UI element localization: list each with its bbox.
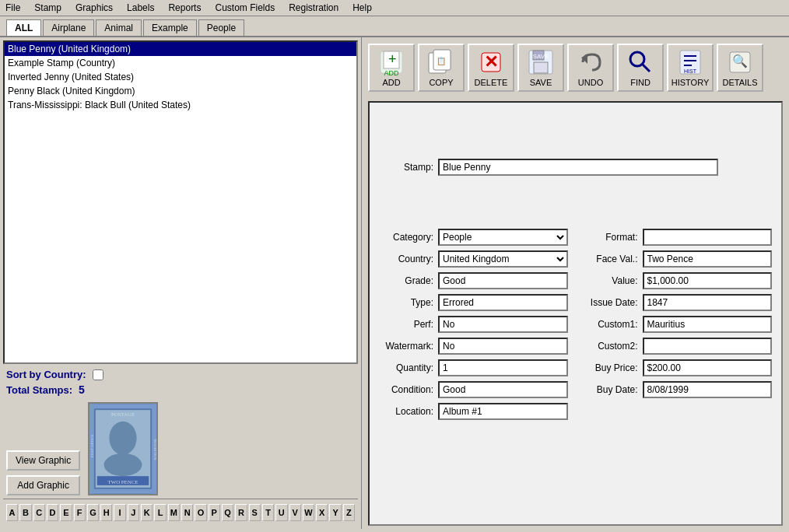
alpha-btn-n[interactable]: N [181,504,193,521]
menu-reports[interactable]: Reports [166,2,203,14]
alpha-btn-j[interactable]: J [128,504,139,521]
alpha-btn-a[interactable]: A [6,504,18,521]
list-item[interactable]: Penny Black (United Kingdom) [5,84,356,98]
alpha-btn-t[interactable]: T [262,504,274,521]
buy-date-row: Buy Date: [584,381,773,398]
delete-button[interactable]: ✕DELETE [468,44,514,92]
menu-stamp[interactable]: Stamp [32,2,64,14]
location-input[interactable] [438,403,568,420]
custom2-input[interactable] [643,338,773,355]
face-val-label: Face Val.: [584,254,638,264]
list-item[interactable]: Example Stamp (Country) [5,56,356,70]
alpha-btn-i[interactable]: I [114,504,125,521]
alpha-btn-h[interactable]: H [100,504,112,521]
svg-point-7 [104,453,142,476]
custom1-input[interactable] [643,316,773,333]
category-select[interactable]: People Airplane Animal Example [438,229,568,246]
perf-input[interactable] [438,316,568,333]
alpha-btn-p[interactable]: P [209,504,220,521]
find-icon [626,48,654,76]
alpha-btn-q[interactable]: Q [222,504,233,521]
value-input[interactable] [643,272,773,289]
graphic-area: View Graphic Add Graphic [3,402,358,499]
svg-text:✕: ✕ [484,52,498,72]
find-button[interactable]: FIND [617,44,664,92]
face-val-input[interactable] [643,250,773,268]
alpha-btn-z[interactable]: Z [343,504,355,521]
alpha-btn-w[interactable]: W [303,504,314,521]
issue-date-row: Issue Date: [584,294,773,311]
format-input[interactable] [643,229,773,246]
grade-input[interactable] [438,272,568,289]
undo-icon [577,48,605,76]
right-panel: ADD+ADD📋COPY✕DELETESAVESAVEUNDOFINDHISTH… [362,37,789,529]
menu-help[interactable]: Help [350,2,374,14]
alpha-btn-r[interactable]: R [235,504,247,521]
sort-by-country-checkbox[interactable] [93,369,103,380]
grade-label: Grade: [379,275,433,286]
alpha-btn-b[interactable]: B [19,504,31,521]
list-item[interactable]: Inverted Jenny (United States) [5,70,356,84]
country-select[interactable]: United Kingdom United States Country [438,250,568,268]
alpha-btn-c[interactable]: C [33,504,45,521]
buy-date-input[interactable] [643,381,773,398]
alpha-btn-k[interactable]: K [141,504,153,521]
svg-text:SAVE: SAVE [533,53,549,60]
quantity-row: Quantity: [379,359,568,376]
stamp-list[interactable]: Blue Penny (United Kingdom)Example Stamp… [3,40,358,364]
stamp-input[interactable] [438,159,718,176]
quantity-input[interactable] [438,359,568,376]
alpha-btn-v[interactable]: V [289,504,301,521]
svg-rect-2 [89,489,156,494]
tab-example[interactable]: Example [143,19,197,36]
view-graphic-button[interactable]: View Graphic [6,450,80,471]
left-panel: Blue Penny (United Kingdom)Example Stamp… [0,37,362,529]
alpha-btn-e[interactable]: E [60,504,72,521]
tab-airplane[interactable]: Airplane [43,19,94,36]
menu-labels[interactable]: Labels [124,2,156,14]
alpha-btn-l[interactable]: L [154,504,166,521]
tab-people[interactable]: People [198,19,244,36]
alpha-btn-u[interactable]: U [275,504,287,521]
details-label: DETAILS [722,78,757,87]
watermark-input[interactable] [438,338,568,355]
issue-date-input[interactable] [643,294,773,311]
alpha-btn-o[interactable]: O [195,504,206,521]
add-graphic-button[interactable]: Add Graphic [6,475,80,495]
history-label: HISTORY [672,78,710,87]
alpha-btn-x[interactable]: X [316,504,328,521]
tabs-bar: ALL Airplane Animal Example People [0,16,789,37]
add-icon: ADD+ [377,48,405,76]
undo-button[interactable]: UNDO [567,44,614,92]
value-label: Value: [584,275,638,286]
alpha-btn-m[interactable]: M [168,504,180,521]
alpha-btn-g[interactable]: G [87,504,99,521]
alpha-btn-y[interactable]: Y [329,504,341,521]
graphic-buttons: View Graphic Add Graphic [6,450,80,495]
save-button[interactable]: SAVESAVE [517,44,564,92]
buy-price-input[interactable] [643,359,773,376]
menu-registration[interactable]: Registration [286,2,341,14]
type-input[interactable] [438,294,568,311]
menu-custom-fields[interactable]: Custom Fields [212,2,277,14]
condition-input[interactable] [438,381,568,398]
list-item[interactable]: Trans-Mississippi: Black Bull (United St… [5,98,356,112]
main-layout: Blue Penny (United Kingdom)Example Stamp… [0,37,789,529]
list-item[interactable]: Blue Penny (United Kingdom) [5,42,356,56]
tab-all[interactable]: ALL [6,19,41,36]
details-button[interactable]: 🔍DETAILS [717,44,763,92]
tab-animal[interactable]: Animal [96,19,142,36]
history-icon: HIST [676,48,704,76]
history-button[interactable]: HISTHISTORY [667,44,714,92]
undo-label: UNDO [578,78,603,87]
alpha-btn-s[interactable]: S [249,504,261,521]
alpha-btn-d[interactable]: D [47,504,58,521]
menu-file[interactable]: File [3,2,23,14]
svg-text:POSTAGE: POSTAGE [111,411,135,417]
total-stamps-count: 5 [79,383,85,396]
menu-graphics[interactable]: Graphics [73,2,115,14]
category-label: Category: [379,232,433,243]
alpha-btn-f[interactable]: F [74,504,86,521]
copy-button[interactable]: 📋COPY [418,44,465,92]
add-button[interactable]: ADD+ADD [368,44,415,92]
